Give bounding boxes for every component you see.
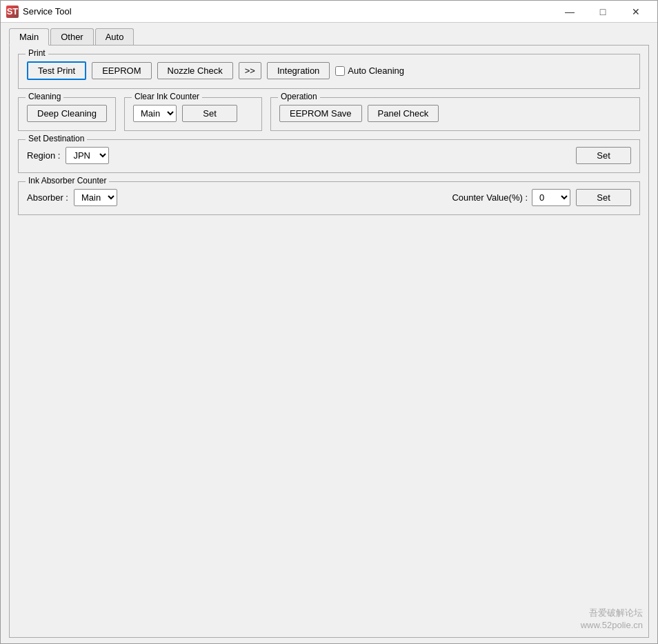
clear-ink-section-title: Clear Ink Counter bbox=[132, 92, 202, 101]
watermark: 吾爱破解论坛 www.52polie.cn bbox=[581, 607, 643, 632]
cleaning-section-title: Cleaning bbox=[26, 92, 63, 101]
deep-cleaning-button[interactable]: Deep Cleaning bbox=[27, 105, 107, 122]
nozzle-check-button[interactable]: Nozzle Check bbox=[157, 62, 233, 79]
absorber-dropdown[interactable]: Main Sub bbox=[74, 189, 117, 206]
tab-other[interactable]: Other bbox=[50, 28, 94, 46]
window-title: Service Tool bbox=[23, 6, 554, 17]
test-print-button[interactable]: Test Print bbox=[27, 61, 86, 80]
region-dropdown[interactable]: JPN USA EUR CHN bbox=[66, 147, 109, 164]
destination-set-button[interactable]: Set bbox=[576, 147, 631, 164]
auto-cleaning-checkbox-label[interactable]: Auto Cleaning bbox=[335, 66, 404, 76]
middle-row: Cleaning Deep Cleaning Clear Ink Counter… bbox=[18, 97, 640, 131]
tab-main[interactable]: Main bbox=[9, 28, 49, 46]
main-window: ST Service Tool — □ ✕ Main Other Auto bbox=[0, 0, 658, 644]
close-button[interactable]: ✕ bbox=[620, 3, 652, 21]
absorber-set-button[interactable]: Set bbox=[576, 189, 631, 206]
clear-ink-section: Clear Ink Counter Main Sub All Set bbox=[124, 97, 262, 131]
absorber-row: Absorber : Main Sub Counter Value(%) : 0… bbox=[27, 189, 631, 206]
set-destination-title: Set Destination bbox=[26, 134, 87, 143]
watermark-line2: www.52polie.cn bbox=[581, 619, 643, 632]
cleaning-section: Cleaning Deep Cleaning bbox=[18, 97, 116, 131]
ink-absorber-title: Ink Absorber Counter bbox=[26, 176, 109, 185]
ink-absorber-section: Ink Absorber Counter Absorber : Main Sub… bbox=[18, 181, 640, 215]
region-label: Region : bbox=[27, 150, 60, 161]
tab-bar: Main Other Auto bbox=[9, 28, 649, 46]
print-row: Test Print EEPROM Nozzle Check >> Integr… bbox=[27, 61, 631, 80]
print-section-title: Print bbox=[26, 48, 48, 58]
counter-value-group: Counter Value(%) : 0 10 20 50 100 bbox=[452, 189, 570, 206]
operation-section: Operation EEPROM Save Panel Check bbox=[270, 97, 640, 131]
operation-section-title: Operation bbox=[278, 92, 320, 101]
auto-cleaning-checkbox[interactable] bbox=[335, 66, 345, 76]
watermark-line1: 吾爱破解论坛 bbox=[581, 607, 643, 619]
app-icon: ST bbox=[6, 6, 19, 18]
tab-content-main: Print Test Print EEPROM Nozzle Check >> … bbox=[9, 45, 649, 638]
integration-button[interactable]: Integration bbox=[267, 62, 330, 79]
tab-auto[interactable]: Auto bbox=[95, 28, 134, 46]
title-bar: ST Service Tool — □ ✕ bbox=[1, 1, 657, 23]
minimize-button[interactable]: — bbox=[554, 3, 586, 21]
clear-ink-set-button[interactable]: Set bbox=[182, 105, 237, 122]
print-section: Print Test Print EEPROM Nozzle Check >> … bbox=[18, 54, 640, 89]
counter-value-label: Counter Value(%) : bbox=[452, 192, 528, 203]
absorber-label: Absorber : bbox=[27, 192, 68, 203]
clear-ink-dropdown[interactable]: Main Sub All bbox=[133, 105, 177, 122]
counter-value-dropdown[interactable]: 0 10 20 50 100 bbox=[532, 189, 570, 206]
eeprom-button[interactable]: EEPROM bbox=[92, 62, 151, 79]
auto-cleaning-label: Auto Cleaning bbox=[348, 66, 404, 76]
arrows-button[interactable]: >> bbox=[239, 62, 261, 79]
maximize-button[interactable]: □ bbox=[587, 3, 619, 21]
panel-check-button[interactable]: Panel Check bbox=[368, 105, 439, 122]
operation-row: EEPROM Save Panel Check bbox=[279, 105, 631, 122]
set-destination-section: Set Destination Region : JPN USA EUR CHN… bbox=[18, 139, 640, 173]
eeprom-save-button[interactable]: EEPROM Save bbox=[279, 105, 362, 122]
window-controls: — □ ✕ bbox=[554, 3, 652, 21]
clear-ink-row: Main Sub All Set bbox=[133, 105, 253, 122]
main-content: Main Other Auto Print Test Print EEPROM … bbox=[1, 23, 657, 643]
destination-row: Region : JPN USA EUR CHN Set bbox=[27, 147, 631, 164]
